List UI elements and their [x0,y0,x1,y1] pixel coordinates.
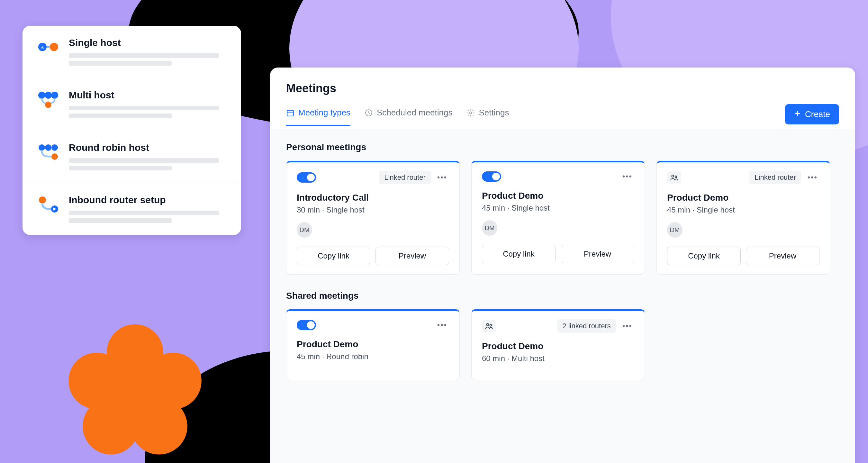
section-title-personal: Personal meetings [286,142,839,152]
section-title-shared: Shared meetings [286,291,839,301]
page-title: Meetings [286,82,839,95]
sidebar-item-label: Inbound router setup [69,194,227,206]
sidebar-item-label: Round robin host [69,142,227,153]
enable-toggle[interactable] [297,172,316,183]
tab-scheduled-meetings[interactable]: Scheduled meetings [365,108,453,126]
svg-point-10 [38,92,45,99]
copy-link-button[interactable]: Copy link [297,247,370,265]
tab-meeting-types[interactable]: Meeting types [286,108,350,126]
more-icon[interactable]: ••• [435,319,449,331]
host-types-panel: A Single host Multi host Round robin hos… [23,26,241,235]
meeting-card[interactable]: ••• Product Demo 45 min · Round robin [286,309,460,380]
sidebar-item-inbound-router[interactable]: Inbound router setup [23,183,241,235]
preview-button[interactable]: Preview [561,245,634,263]
skeleton-line [69,53,219,58]
svg-point-18 [39,196,46,204]
sidebar-item-multi-host[interactable]: Multi host [23,78,241,130]
meeting-title: Product Demo [482,191,634,201]
round-robin-icon [37,142,60,161]
avatar: DM [667,222,682,238]
create-button[interactable]: Create [785,104,839,124]
svg-point-28 [672,175,674,177]
tab-label: Meeting types [298,108,350,118]
meeting-subtitle: 45 min · Single host [667,206,819,214]
svg-point-11 [45,92,52,99]
sidebar-item-round-robin[interactable]: Round robin host [23,130,241,183]
meeting-card[interactable]: Linked router ••• Product Demo 45 min · … [656,161,830,275]
svg-point-15 [45,144,52,151]
meeting-card[interactable]: ••• Product Demo 45 min · Single host DM… [471,161,645,275]
card-row: ••• Product Demo 45 min · Round robin 2 … [286,309,839,380]
svg-point-12 [51,92,58,99]
svg-point-29 [675,176,677,178]
skeleton-line [69,158,219,163]
avatar: DM [297,222,312,238]
tabbar: Meeting types Scheduled meetings Setting… [286,104,839,129]
meeting-subtitle: 45 min · Round robin [297,352,449,361]
more-icon[interactable]: ••• [435,172,449,183]
copy-link-button[interactable]: Copy link [482,245,556,263]
skeleton-line [69,218,172,223]
calendar-icon [286,109,294,117]
multi-user-icon [482,320,496,332]
svg-point-25 [470,112,472,114]
svg-rect-20 [287,110,293,116]
meeting-card[interactable]: 2 linked routers ••• Product Demo 60 min… [471,309,645,380]
meeting-subtitle: 60 min · Multi host [482,354,634,363]
preview-button[interactable]: Preview [746,247,819,265]
skeleton-line [69,106,219,110]
svg-point-31 [490,325,492,326]
svg-point-5 [107,364,163,421]
tab-label: Settings [479,108,509,118]
meeting-subtitle: 45 min · Single host [482,204,634,213]
enable-toggle[interactable] [482,172,501,182]
more-icon[interactable]: ••• [620,320,634,332]
svg-point-16 [52,144,58,151]
meeting-title: Product Demo [297,339,449,349]
decorative-flower-icon [64,321,206,463]
gear-icon [466,109,475,117]
meeting-card[interactable]: Linked router ••• Introductory Call 30 m… [286,161,460,275]
skeleton-line [69,114,172,118]
card-row: Linked router ••• Introductory Call 30 m… [286,161,839,275]
create-label: Create [805,109,830,119]
single-host-icon: A [37,37,60,57]
meeting-title: Product Demo [667,193,819,203]
skeleton-line [69,61,172,66]
svg-point-8 [50,43,58,51]
svg-point-13 [45,102,52,108]
svg-point-17 [52,153,58,160]
meetings-panel: Meetings Meeting types Scheduled meeting… [270,67,855,463]
sidebar-item-label: Single host [69,37,227,48]
multi-user-icon [667,172,681,184]
meeting-title: Product Demo [482,341,634,351]
multi-host-icon [37,90,60,109]
sidebar-item-single-host[interactable]: A Single host [23,26,241,78]
more-icon[interactable]: ••• [806,172,819,183]
meeting-title: Introductory Call [297,193,449,203]
enable-toggle[interactable] [297,320,316,330]
svg-text:A: A [41,45,44,50]
inbound-router-icon [37,194,60,214]
linked-router-badge: Linked router [749,171,801,184]
tab-settings[interactable]: Settings [466,108,509,126]
skeleton-line [69,166,172,171]
skeleton-line [69,211,219,215]
avatar: DM [482,220,497,236]
tab-label: Scheduled meetings [377,108,453,118]
clock-icon [365,109,373,117]
sidebar-item-label: Multi host [69,90,227,101]
svg-point-14 [38,144,45,151]
plus-icon [794,109,801,119]
meeting-subtitle: 30 min · Single host [297,206,449,214]
copy-link-button[interactable]: Copy link [667,247,741,265]
svg-point-30 [487,323,489,326]
preview-button[interactable]: Preview [375,247,449,265]
linked-router-badge: 2 linked routers [557,319,616,333]
more-icon[interactable]: ••• [620,171,634,182]
linked-router-badge: Linked router [379,171,431,184]
